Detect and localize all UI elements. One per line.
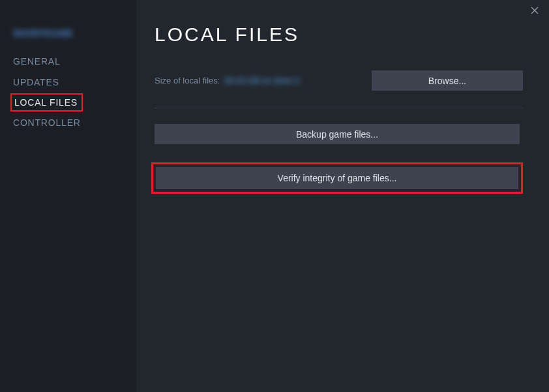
main-content: LOCAL FILES Size of local files: 26.43 G… <box>136 0 549 392</box>
game-title: WARFRAME <box>13 27 136 38</box>
page-title: LOCAL FILES <box>155 23 523 46</box>
size-value: 26.43 GB on drive C <box>224 76 368 85</box>
sidebar-item-local-files-highlight: LOCAL FILES <box>10 93 83 112</box>
close-icon <box>531 7 539 14</box>
sidebar-item-general[interactable]: GENERAL <box>13 52 61 71</box>
divider <box>155 108 523 108</box>
sidebar: WARFRAME GENERAL UPDATES LOCAL FILES CON… <box>0 0 136 392</box>
size-row: Size of local files: 26.43 GB on drive C… <box>155 70 523 91</box>
backup-button[interactable]: Backup game files... <box>155 124 520 144</box>
size-label: Size of local files: <box>155 76 220 85</box>
sidebar-item-local-files[interactable]: LOCAL FILES <box>14 97 78 108</box>
browse-button[interactable]: Browse... <box>372 70 523 91</box>
sidebar-item-controller[interactable]: CONTROLLER <box>13 113 81 132</box>
sidebar-item-updates[interactable]: UPDATES <box>13 72 59 92</box>
close-button[interactable] <box>528 4 541 17</box>
verify-highlight-box: Verify integrity of game files... <box>151 162 523 194</box>
verify-integrity-button[interactable]: Verify integrity of game files... <box>156 167 518 189</box>
